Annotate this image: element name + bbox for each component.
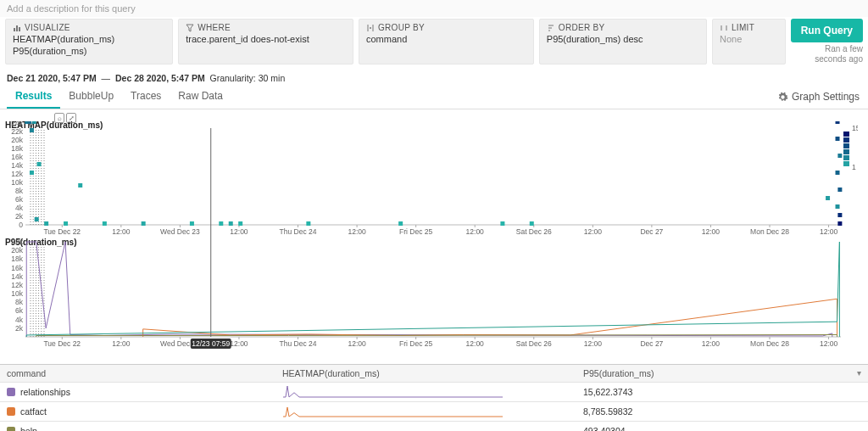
svg-text:12:00: 12:00: [820, 339, 838, 348]
clause-label: LIMIT: [732, 23, 754, 32]
p95-value: 493.40304: [576, 423, 868, 431]
svg-rect-64: [142, 221, 146, 226]
svg-text:22k: 22k: [11, 127, 23, 136]
svg-rect-86: [843, 149, 849, 154]
col-header-p95[interactable]: P95(duration_ms) ▾: [576, 365, 868, 382]
svg-text:12k: 12k: [11, 281, 23, 289]
svg-rect-75: [836, 137, 840, 141]
svg-text:10k: 10k: [11, 178, 23, 187]
svg-text:Thu Dec 24: Thu Dec 24: [280, 227, 317, 236]
svg-text:12:00: 12:00: [466, 339, 485, 348]
svg-rect-55: [30, 128, 34, 132]
filter-icon: [186, 24, 194, 32]
col-header-heatmap[interactable]: HEATMAP(duration_ms): [275, 365, 576, 382]
group-icon: [366, 24, 375, 32]
svg-text:12:00: 12:00: [820, 227, 838, 236]
clause-visualize[interactable]: VISUALIZE HEATMAP(duration_ms) P95(durat…: [5, 19, 173, 64]
svg-rect-73: [826, 196, 830, 200]
tab-rawdata[interactable]: Raw Data: [170, 85, 231, 109]
svg-rect-79: [837, 213, 842, 217]
p95-value: 15,622.3743: [576, 384, 868, 400]
svg-text:12:00: 12:00: [702, 227, 721, 236]
svg-text:Sat Dec 26: Sat Dec 26: [516, 227, 552, 236]
tab-results[interactable]: Results: [7, 85, 60, 109]
query-description-input[interactable]: Add a description for this query: [0, 0, 868, 17]
svg-rect-59: [37, 162, 42, 166]
svg-text:2k: 2k: [15, 324, 24, 333]
table-row[interactable]: catfact8,785.59832: [0, 402, 868, 422]
svg-rect-88: [843, 161, 849, 166]
svg-rect-74: [836, 121, 840, 124]
svg-text:12:00: 12:00: [584, 339, 603, 348]
svg-text:Fri Dec 25: Fri Dec 25: [399, 339, 432, 348]
svg-rect-60: [44, 221, 48, 226]
svg-text:1: 1: [852, 163, 856, 171]
series-color-swatch: [7, 388, 15, 396]
svg-rect-71: [500, 221, 504, 226]
svg-text:18k: 18k: [11, 255, 23, 263]
svg-rect-70: [398, 221, 403, 226]
granularity-value: 30 min: [259, 73, 286, 83]
svg-text:12:00: 12:00: [112, 339, 131, 348]
svg-text:0: 0: [19, 221, 23, 229]
clause-body: P95(duration_ms) desc: [547, 34, 699, 46]
tab-bubbleup[interactable]: BubbleUp: [60, 85, 122, 109]
svg-rect-58: [35, 217, 39, 221]
run-query-button[interactable]: Run Query: [791, 19, 863, 42]
svg-rect-68: [238, 221, 242, 226]
svg-text:16k: 16k: [11, 153, 23, 161]
granularity-label: Granularity:: [210, 73, 256, 83]
svg-text:Fri Dec 25: Fri Dec 25: [399, 227, 432, 236]
clause-limit[interactable]: LIMIT None: [712, 19, 786, 64]
series-color-swatch: [7, 427, 15, 431]
svg-text:4k: 4k: [15, 204, 24, 212]
svg-rect-62: [78, 183, 82, 188]
svg-rect-1: [16, 25, 18, 31]
sort-icon: [547, 24, 555, 32]
tab-traces[interactable]: Traces: [122, 85, 170, 109]
clause-label: VISUALIZE: [25, 23, 70, 32]
p95-value: 8,785.59832: [576, 404, 868, 419]
clause-body: trace.parent_id does-not-exist: [186, 34, 346, 46]
svg-text:6k: 6k: [15, 306, 24, 315]
clause-where[interactable]: WHERE trace.parent_id does-not-exist: [178, 19, 353, 64]
svg-point-3: [370, 27, 371, 29]
clause-label: WHERE: [198, 23, 231, 32]
command-name: catfact: [20, 406, 47, 417]
gear-icon: [777, 92, 788, 103]
table-header-row: command HEATMAP(duration_ms) P95(duratio…: [0, 365, 868, 383]
svg-rect-56: [30, 171, 34, 175]
svg-rect-69: [306, 221, 310, 226]
col-header-command[interactable]: command: [0, 365, 275, 382]
svg-text:12/23 07:59: 12/23 07:59: [192, 339, 230, 348]
svg-text:Tue Dec 22: Tue Dec 22: [43, 339, 81, 348]
svg-text:20k: 20k: [11, 246, 23, 255]
dash: —: [102, 73, 111, 83]
svg-rect-65: [190, 221, 194, 226]
series-color-swatch: [7, 407, 15, 416]
sparkline-cell: [275, 383, 576, 401]
clause-groupby[interactable]: GROUP BY command: [359, 19, 534, 64]
svg-text:10k: 10k: [11, 289, 23, 298]
sparkline-cell: [275, 422, 576, 431]
clause-body: HEATMAP(duration_ms) P95(duration_ms): [13, 34, 165, 58]
time-range-display[interactable]: Dec 21 2020, 5:47 PM — Dec 28 2020, 5:47…: [0, 70, 868, 85]
svg-text:24k: 24k: [11, 121, 23, 127]
svg-text:18k: 18k: [11, 144, 23, 153]
svg-text:20k: 20k: [11, 136, 23, 144]
table-row[interactable]: relationships15,622.3743: [0, 383, 868, 402]
clause-body: None: [720, 34, 778, 46]
svg-text:8k: 8k: [15, 187, 24, 195]
svg-rect-81: [837, 154, 842, 158]
charts-svg[interactable]: HEATMAP(duration_ms)02k4k6k8k10k12k14k16…: [5, 121, 858, 361]
time-to: Dec 28 2020, 5:47 PM: [115, 73, 205, 83]
svg-rect-61: [64, 221, 68, 226]
svg-text:12:00: 12:00: [348, 227, 366, 236]
svg-text:Dec 27: Dec 27: [640, 339, 663, 348]
table-row[interactable]: help493.40304: [0, 422, 868, 431]
clause-orderby[interactable]: ORDER BY P95(duration_ms) desc: [539, 19, 707, 64]
svg-text:Dec 27: Dec 27: [640, 227, 663, 236]
svg-rect-77: [836, 204, 840, 209]
limit-icon: [720, 24, 728, 32]
graph-settings-button[interactable]: Graph Settings: [776, 86, 861, 108]
